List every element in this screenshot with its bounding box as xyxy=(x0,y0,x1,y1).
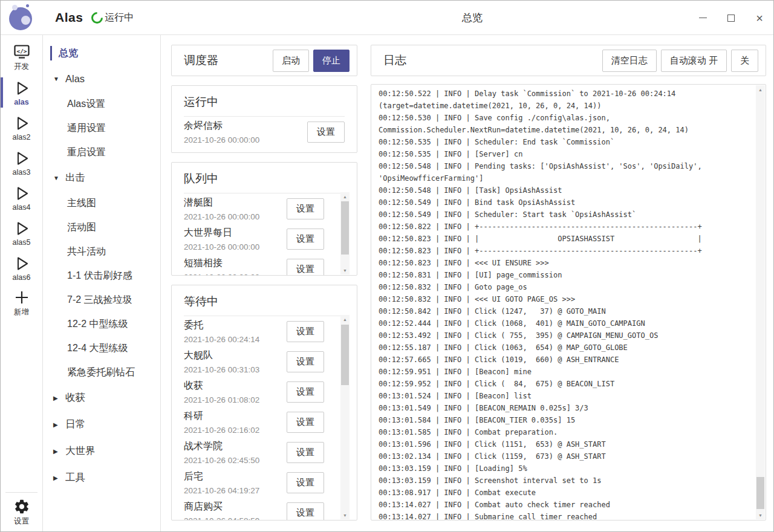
log-title: 日志 xyxy=(383,53,602,68)
start-button[interactable]: 启动 xyxy=(273,50,309,72)
collapse-log-button[interactable]: 关 xyxy=(731,50,758,72)
alas-logo-icon xyxy=(8,4,34,31)
task-meta: 战术学院2021-10-26 02:45:50 xyxy=(184,440,259,465)
task-setting-button[interactable]: 设置 xyxy=(287,502,324,521)
section-title: 运行中 xyxy=(184,94,345,117)
rail-item-alas6[interactable]: alas6 xyxy=(1,250,42,285)
rail-item-settings[interactable]: 设置 xyxy=(1,493,42,531)
scroll-up-icon[interactable]: ▲ xyxy=(756,85,765,94)
rail-item-label: alas xyxy=(14,98,28,106)
rail-item-alas2[interactable]: alas2 xyxy=(1,110,42,145)
nav-item-12-2 中型练级[interactable]: 12-2 中型练级 xyxy=(43,312,160,336)
scrollbar-thumb[interactable] xyxy=(756,477,764,509)
task-row: 战术学院2021-10-26 02:45:50设置 xyxy=(184,437,324,467)
task-setting-button[interactable]: 设置 xyxy=(287,442,324,463)
nav-item-收获[interactable]: ▶收获 xyxy=(43,384,160,411)
nav-menu: 总览▼AlasAlas设置通用设置重启设置▼出击主线图活动图共斗活动1-1 伏击… xyxy=(43,35,161,531)
nav-item-12-4 大型练级[interactable]: 12-4 大型练级 xyxy=(43,336,160,360)
task-setting-button[interactable]: 设置 xyxy=(287,321,324,342)
log-scrollbar[interactable]: ▲ ▼ xyxy=(756,85,765,519)
task-next-run-time: 2021-10-26 04:58:59 xyxy=(184,516,259,521)
nav-item-label: 紧急委托刷钻石 xyxy=(67,366,135,379)
nav-item-label: 工具 xyxy=(65,471,85,484)
chevron-right-icon: ▶ xyxy=(53,448,60,455)
rail-item-alas[interactable]: alas xyxy=(1,75,42,110)
log-text: 00:12:50.522 | INFO | Delay task `Commis… xyxy=(371,85,766,520)
chevron-right-icon: ▶ xyxy=(53,475,60,481)
task-name: 战术学院 xyxy=(184,440,259,453)
task-setting-button[interactable]: 设置 xyxy=(287,381,324,403)
nav-item-7-2 三战捡垃圾[interactable]: 7-2 三战捡垃圾 xyxy=(43,288,160,312)
dev-icon: </> xyxy=(13,43,31,61)
running-section: 运行中 余烬信标2021-10-26 00:00:00设置 xyxy=(171,85,357,153)
nav-item-Alas[interactable]: ▼Alas xyxy=(43,65,160,92)
task-meta: 委托2021-10-26 00:24:14 xyxy=(184,319,259,344)
app-window: Alas 运行中 总览 × </>开发alasalas2alas3alas4al… xyxy=(0,0,774,532)
scheduler-header: 调度器 启动 停止 xyxy=(171,45,357,76)
nav-item-Alas设置[interactable]: Alas设置 xyxy=(43,92,160,116)
rail-item-开发[interactable]: </>开发 xyxy=(1,40,42,75)
queue-scrollbar[interactable]: ▲ ▼ xyxy=(340,192,350,274)
stop-button[interactable]: 停止 xyxy=(313,50,350,72)
scroll-down-icon[interactable]: ▼ xyxy=(340,511,350,519)
chevron-right-icon: ▶ xyxy=(53,395,60,401)
nav-item-label: 7-2 三战捡垃圾 xyxy=(67,294,132,307)
task-meta: 大世界每日2021-10-26 00:00:00 xyxy=(184,227,259,251)
plus-icon xyxy=(13,288,31,307)
nav-item-活动图[interactable]: 活动图 xyxy=(43,215,160,239)
scroll-up-icon[interactable]: ▲ xyxy=(340,315,350,323)
rail-item-alas4[interactable]: alas4 xyxy=(1,180,42,215)
task-next-run-time: 2021-10-26 00:00:00 xyxy=(184,135,259,144)
task-setting-button[interactable]: 设置 xyxy=(287,259,324,276)
nav-item-label: 1-1 伏击刷好感 xyxy=(67,270,132,282)
task-meta: 大舰队2021-10-26 00:31:03 xyxy=(184,349,259,374)
task-next-run-time: 2021-10-26 00:24:14 xyxy=(184,335,259,344)
autoscroll-toggle-button[interactable]: 自动滚动 开 xyxy=(661,50,727,72)
maximize-icon xyxy=(727,15,735,22)
rail-item-新增[interactable]: 新增 xyxy=(1,285,42,320)
main-area: 调度器 启动 停止 运行中 余烬信标2021-10-26 00:00:00设置 … xyxy=(161,35,773,531)
task-row: 收获2021-10-26 01:08:02设置 xyxy=(184,377,324,407)
task-name: 大世界每日 xyxy=(184,227,259,239)
clear-log-button[interactable]: 清空日志 xyxy=(602,50,657,72)
nav-item-通用设置[interactable]: 通用设置 xyxy=(43,116,160,140)
nav-item-重启设置[interactable]: 重启设置 xyxy=(43,140,160,164)
task-name: 收获 xyxy=(184,380,259,392)
nav-item-label: 大世界 xyxy=(65,444,96,458)
task-setting-button[interactable]: 设置 xyxy=(287,229,324,250)
nav-item-出击[interactable]: ▼出击 xyxy=(43,164,160,191)
task-meta: 收获2021-10-26 01:08:02 xyxy=(184,380,259,404)
scroll-down-icon[interactable]: ▼ xyxy=(340,266,350,274)
rail-item-alas3[interactable]: alas3 xyxy=(1,145,42,180)
minimize-button[interactable] xyxy=(697,13,708,24)
task-setting-button[interactable]: 设置 xyxy=(287,472,324,493)
scrollbar-thumb[interactable] xyxy=(341,325,349,385)
nav-item-工具[interactable]: ▶工具 xyxy=(43,464,160,491)
scroll-down-icon[interactable]: ▼ xyxy=(756,511,765,519)
task-name: 短猫相接 xyxy=(184,257,259,270)
task-setting-button[interactable]: 设置 xyxy=(287,198,324,219)
nav-item-总览[interactable]: 总览 xyxy=(43,41,160,65)
task-row: 短猫相接2021-10-26 00:00:00设置 xyxy=(184,254,324,275)
nav-item-label: 共斗活动 xyxy=(67,245,106,258)
task-meta: 余烬信标2021-10-26 00:00:00 xyxy=(184,120,259,144)
nav-item-大世界[interactable]: ▶大世界 xyxy=(43,438,160,464)
task-setting-button[interactable]: 设置 xyxy=(307,122,345,143)
scroll-up-icon[interactable]: ▲ xyxy=(340,192,350,201)
task-setting-button[interactable]: 设置 xyxy=(287,351,324,372)
nav-item-共斗活动[interactable]: 共斗活动 xyxy=(43,239,160,264)
nav-item-1-1 伏击刷好感[interactable]: 1-1 伏击刷好感 xyxy=(43,264,160,288)
nav-item-主线图[interactable]: 主线图 xyxy=(43,191,160,215)
task-setting-button[interactable]: 设置 xyxy=(287,412,324,433)
rail-item-alas5[interactable]: alas5 xyxy=(1,215,42,250)
task-name: 后宅 xyxy=(184,470,259,483)
nav-item-label: 总览 xyxy=(59,47,78,60)
task-meta: 科研2021-10-26 02:16:02 xyxy=(184,410,259,435)
close-button[interactable]: × xyxy=(754,13,765,24)
maximize-button[interactable] xyxy=(726,13,737,24)
nav-item-日常[interactable]: ▶日常 xyxy=(43,411,160,438)
scrollbar-thumb[interactable] xyxy=(341,201,349,255)
section-title: 队列中 xyxy=(184,171,345,193)
nav-item-紧急委托刷钻石[interactable]: 紧急委托刷钻石 xyxy=(43,360,160,384)
waiting-scrollbar[interactable]: ▲ ▼ xyxy=(340,315,350,519)
